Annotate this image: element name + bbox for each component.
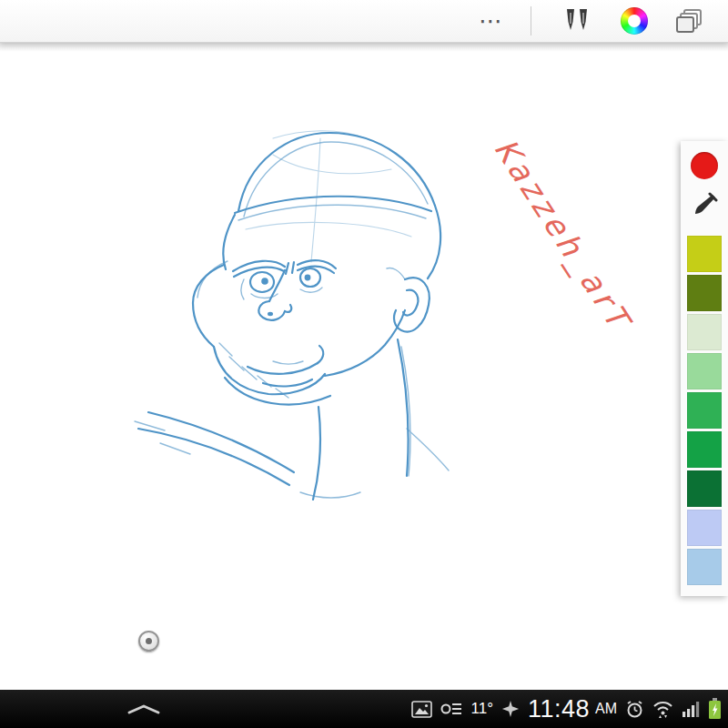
palette-swatch[interactable] [687,236,722,272]
palette-swatch[interactable] [687,510,722,546]
signal-icon [682,700,700,718]
battery-icon [708,698,722,720]
palette-swatch[interactable] [687,353,722,389]
clock-meridiem: AM [595,701,617,717]
drawing-canvas[interactable] [0,43,728,690]
palette-swatch[interactable] [687,549,722,585]
temperature-label: 11° [470,700,492,718]
clock-time: 11:48 [528,695,590,723]
toolbar-divider [531,6,531,35]
android-status-bar: 11° 11:48 AM [0,690,728,728]
status-icon-cluster: 11° 11:48 AM [411,695,728,723]
color-wheel-icon[interactable] [621,7,648,35]
palette-swatch[interactable] [687,314,722,350]
weather-icon [501,700,520,718]
palette-swatch[interactable] [687,431,722,468]
top-toolbar: ⋯ [0,0,728,43]
wifi-icon [652,700,673,718]
memo-icon [440,701,462,717]
palette-swatch[interactable] [687,470,722,507]
gallery-icon [411,701,432,718]
pens-icon[interactable] [559,7,593,35]
more-options-icon[interactable]: ⋯ [479,16,503,25]
palette-swatch[interactable] [687,275,722,311]
layers-icon[interactable] [675,7,704,35]
palette-swatch[interactable] [687,392,722,429]
swatch-list [687,236,722,585]
stylus-puck-handle[interactable] [138,631,159,652]
sketch-app-screen: ⋯ [0,0,728,728]
color-palette-panel [681,141,728,596]
chevron-up-icon[interactable] [126,703,162,715]
eyedropper-icon[interactable] [691,192,718,223]
alarm-icon [625,700,644,719]
current-color-swatch[interactable] [691,152,718,179]
